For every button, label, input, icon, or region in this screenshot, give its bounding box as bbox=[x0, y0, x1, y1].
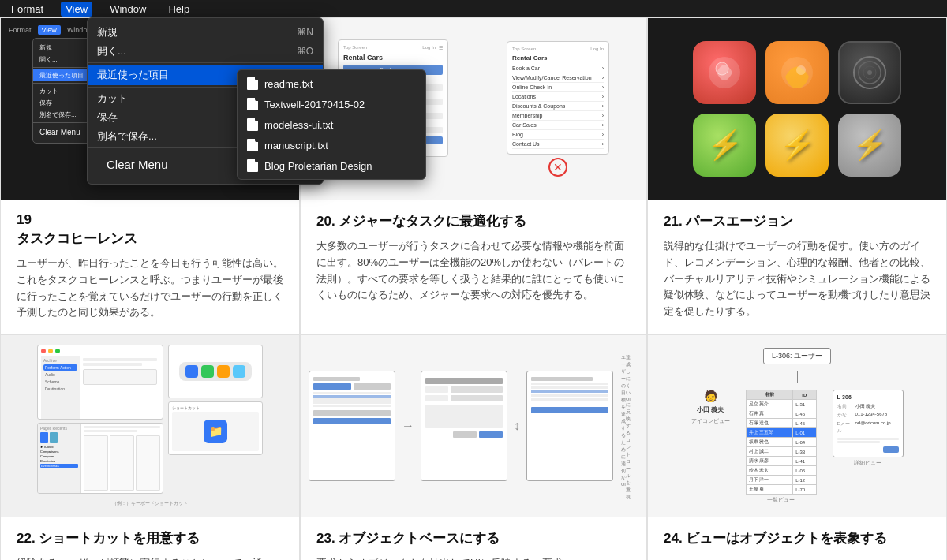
wireframe-container: → bbox=[309, 371, 613, 481]
card22-app-layout: Archive Perform Action Audio Scheme Dest… bbox=[41, 356, 159, 419]
wf-row3-4 bbox=[531, 398, 608, 401]
detail-header: L-306 bbox=[837, 394, 899, 400]
wf-row-4 bbox=[313, 405, 391, 407]
menubar-help[interactable]: Help bbox=[163, 2, 194, 17]
submenu-item-1[interactable]: Textwell-20170415-02 bbox=[238, 94, 425, 114]
detail-fields-area bbox=[837, 438, 899, 443]
rml-item-8: Contact Us› bbox=[512, 140, 604, 149]
sidebar-item-1: Audio bbox=[43, 371, 77, 378]
dock-icon-0 bbox=[185, 365, 198, 378]
rml-item-1: View/Modify/Cancel Reservation› bbox=[512, 73, 604, 83]
detail-email-value: od@odcom.co.jp bbox=[855, 420, 891, 435]
rml-title: Rental Cars bbox=[512, 54, 604, 62]
content-area bbox=[83, 369, 157, 385]
sidebar-item-3: Destination bbox=[43, 386, 77, 392]
card-22: Archive Perform Action Audio Scheme Dest… bbox=[0, 334, 300, 560]
app-icon-dark bbox=[838, 41, 901, 104]
action-icon: 📁 bbox=[204, 420, 227, 443]
file-icon bbox=[247, 139, 258, 151]
card-22-image: Archive Perform Action Audio Scheme Dest… bbox=[1, 335, 299, 517]
card-19-text: ユーザーが、昨日行ったことを今日も行う可能性は高い。これをタスクコヒーレンスと呼… bbox=[17, 256, 283, 321]
window-controls bbox=[41, 349, 159, 353]
list-view-label: 一覧ビュー bbox=[767, 496, 795, 504]
detail-phone-value: 011-1234-5678 bbox=[855, 412, 888, 419]
wf-screen-1 bbox=[309, 371, 395, 481]
list-view-col: 名前 ID 足立 英介L-31 石井 真L-46 石塚 達也L-45 井上 三五… bbox=[746, 390, 817, 504]
detail-view-label: 詳細ビュー bbox=[854, 459, 881, 467]
file-icon bbox=[247, 77, 258, 90]
wf-row-3 bbox=[313, 401, 391, 404]
wf-arrow-2: ↕ bbox=[514, 419, 520, 433]
detail-email-row: Eメール od@odcom.co.jp bbox=[837, 420, 899, 435]
wf-ok-btn bbox=[479, 431, 503, 438]
card-24-image: L-306: ユーザー 🧑 小田 義夫 アイコンビュー bbox=[648, 335, 946, 517]
card-19-title: 19 bbox=[17, 212, 283, 228]
card-23-bg: → bbox=[301, 335, 646, 517]
file-icon bbox=[247, 159, 258, 172]
card22-top-screen: Archive Perform Action Audio Scheme Dest… bbox=[37, 345, 163, 420]
folder-icon: 📁 bbox=[209, 425, 223, 438]
table-row-1: 石井 真L-46 bbox=[746, 409, 816, 419]
svg-point-7 bbox=[867, 70, 872, 75]
app-icon-green: ⚡ bbox=[693, 114, 756, 177]
wf-label-ng: 達成しにくいUIに反映するコントロールを重視 bbox=[626, 354, 631, 501]
finder-grid-item-1 bbox=[110, 435, 134, 491]
detail-field-bar-1 bbox=[837, 441, 881, 443]
card22-action-screen: ショートカット 📁 bbox=[168, 401, 263, 455]
wf-btn-2 bbox=[354, 383, 391, 390]
submenu-item-3[interactable]: manuscript.txt bbox=[238, 135, 425, 155]
card-22-content: 22. ショートカットを用意する 経験あるユーザーが頻繁に実行することについて、… bbox=[1, 517, 299, 560]
finder-sidebar: Pages Recents ► iCloud Comparisons Compu… bbox=[38, 424, 81, 493]
rml-item-3: Locations› bbox=[512, 92, 604, 102]
icon-dark-svg bbox=[850, 53, 889, 92]
dock-icon-1 bbox=[201, 365, 214, 378]
rml-item-0: Book a Car› bbox=[512, 64, 604, 73]
submenu-item-0[interactable]: readme.txt bbox=[238, 73, 425, 94]
menubar-format[interactable]: Format bbox=[6, 2, 48, 17]
wf-row-2 bbox=[313, 398, 391, 401]
rental-list: Top Screen Log In Rental Cars Book a Car… bbox=[507, 41, 609, 155]
finder-sidebar-label: Pages Recents bbox=[40, 426, 78, 431]
submenu-item-4[interactable]: Blog Proletarian Design bbox=[238, 155, 425, 176]
menubar-window[interactable]: Window bbox=[105, 2, 151, 17]
wf-form-row-1 bbox=[425, 395, 503, 401]
close-btn bbox=[41, 349, 46, 353]
card-24-bg: L-306: ユーザー 🧑 小田 義夫 アイコンビュー bbox=[648, 335, 946, 517]
wf-row-1-selected bbox=[313, 395, 391, 398]
min-btn bbox=[48, 349, 53, 353]
finder-main bbox=[81, 424, 163, 493]
menubar: Format View Window Help bbox=[0, 0, 947, 17]
finder-grid-item-2 bbox=[136, 435, 160, 491]
finder-layout: Pages Recents ► iCloud Comparisons Compu… bbox=[38, 424, 163, 493]
card22-right-panel: ショートカット 📁 bbox=[168, 345, 263, 455]
card-24-heading: 24. ビューはオブジェクトを表象する bbox=[664, 529, 930, 547]
dock-icon-2 bbox=[217, 365, 230, 378]
content-bar-2 bbox=[83, 363, 142, 366]
wf-form-btns bbox=[425, 431, 503, 438]
person-name: 小田 義夫 bbox=[697, 405, 724, 414]
menubar-view[interactable]: View bbox=[61, 2, 92, 17]
wf-screen-3 bbox=[526, 371, 613, 481]
rm-title: Rental Cars bbox=[343, 54, 443, 62]
table-row-7: 鈴木 米太L-06 bbox=[746, 466, 816, 476]
wf-arrow-1: → bbox=[402, 419, 414, 433]
wf-btn-row bbox=[313, 383, 391, 390]
wf-row-0 bbox=[313, 392, 391, 394]
card-21-bg: ⚡ ⚡ ⚡ bbox=[648, 18, 946, 200]
icon-red-svg bbox=[705, 53, 744, 92]
card22-caption: （例：）キーボードショートカット bbox=[112, 500, 188, 507]
card-21-image: ⚡ ⚡ ⚡ bbox=[648, 18, 946, 200]
finder-icon-2 bbox=[50, 432, 58, 443]
wf-title-bar bbox=[425, 378, 503, 384]
table-row-2: 石塚 達也L-45 bbox=[746, 419, 816, 428]
menu-item-new[interactable]: 新規 ⌘N bbox=[88, 23, 323, 42]
card-23-content: 23. オブジェクトベースにする 要求からオブジェクトを抽出してUIに反映する。… bbox=[301, 517, 646, 560]
submenu-item-2[interactable]: modeless-ui.txt bbox=[238, 114, 425, 135]
finder-item-0: ► iCloud bbox=[40, 445, 78, 449]
finder-bar-1 bbox=[84, 426, 160, 428]
card-22-text: 経験あるユーザーが頻繁に実行することについて、通 bbox=[17, 555, 283, 560]
wf-row3-0 bbox=[531, 383, 608, 385]
dock bbox=[179, 362, 252, 381]
menu-item-open[interactable]: 開く... ⌘O bbox=[88, 42, 323, 61]
sidebar-label: Archive bbox=[43, 358, 77, 363]
